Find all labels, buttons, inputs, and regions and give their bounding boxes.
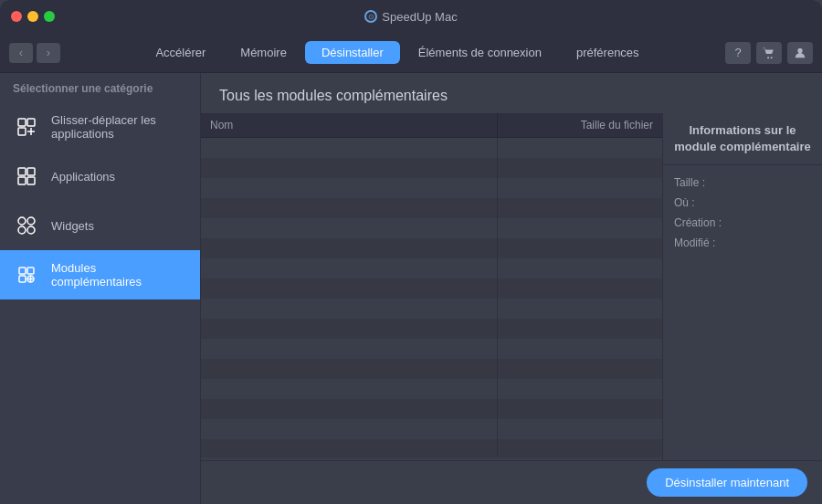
svg-point-0 [767,57,769,58]
row-size-cell [498,238,662,258]
row-name-cell [201,238,498,258]
row-name-cell [201,158,498,178]
table-row[interactable] [201,319,662,339]
row-size-cell [498,278,662,299]
main-content: Sélectionner une catégorie Glisser-dépla… [0,73,822,504]
toolbar-right: ? [725,42,813,64]
row-name-cell [201,359,498,379]
tab-memoire[interactable]: Mémoire [224,41,303,64]
help-button[interactable]: ? [725,42,751,64]
maximize-button[interactable] [44,11,55,22]
content-inner: Nom Taille du fichier Informations sur l… [201,113,822,460]
sidebar-item-plugins[interactable]: Modules complémentaires [0,250,200,299]
minimize-button[interactable] [27,11,38,22]
column-name: Nom [201,113,498,137]
user-button[interactable] [787,42,813,64]
drag-apps-icon [13,113,40,141]
info-field-modified: Modifié : [674,236,811,249]
info-panel: Informations sur le module complémentair… [662,113,822,460]
tab-accelerer[interactable]: Accélérer [139,41,222,64]
table-row[interactable] [201,198,662,218]
table-row[interactable] [201,218,662,238]
row-size-cell [498,178,662,198]
sidebar-item-widgets-label: Widgets [51,219,94,233]
app-title: ⊙ SpeedUp Mac [364,10,457,24]
table-row[interactable] [201,158,662,178]
row-size-cell [498,419,662,439]
row-size-cell [498,138,662,158]
forward-button[interactable]: › [37,43,60,63]
sidebar-item-plugins-label: Modules complémentaires [51,261,187,289]
svg-rect-14 [19,268,26,274]
row-name-cell [201,339,498,359]
table-row[interactable] [201,419,662,439]
content-panel: Tous les modules complémentaires Nom Tai… [201,73,822,504]
table-row[interactable] [201,258,662,278]
svg-rect-13 [27,226,35,234]
tab-desinstaller[interactable]: Désinstaller [305,41,400,64]
svg-rect-6 [18,168,26,175]
table-row[interactable] [201,278,662,299]
svg-rect-15 [27,268,34,274]
svg-rect-4 [27,119,35,126]
row-size-cell [498,258,662,278]
svg-rect-16 [19,276,26,282]
row-name-cell [201,419,498,439]
table-row[interactable] [201,178,662,198]
row-name-cell [201,299,498,319]
info-panel-title: Informations sur le module complémentair… [663,113,822,165]
svg-rect-12 [18,226,26,234]
toolbar: ‹ › Accélérer Mémoire Désinstaller Éléme… [0,33,822,73]
cart-button[interactable] [756,42,782,64]
tab-preferences[interactable]: préférences [560,41,656,64]
column-size: Taille du fichier [498,113,662,137]
bottom-bar: Désinstaller maintenant [201,460,822,504]
row-size-cell [498,339,662,359]
row-size-cell [498,399,662,419]
titlebar: ⊙ SpeedUp Mac [0,0,822,33]
row-name-cell [201,138,498,158]
table-row[interactable] [201,238,662,258]
table-row[interactable] [201,339,662,359]
table-row[interactable] [201,379,662,399]
sidebar-header: Sélectionner une catégorie [0,73,200,102]
content-title: Tous les modules complémentaires [201,73,822,113]
row-name-cell [201,379,498,399]
applications-icon [13,163,40,190]
row-size-cell [498,218,662,238]
table-row[interactable] [201,359,662,379]
row-name-cell [201,258,498,278]
table-row[interactable] [201,299,662,319]
nav-buttons: ‹ › [9,43,60,63]
plugins-icon [13,261,40,289]
table-row[interactable] [201,138,662,158]
sidebar-item-drag-apps-label: Glisser-déplacer les applications [51,113,187,141]
sidebar-item-applications-label: Applications [51,170,115,184]
app-title-text: SpeedUp Mac [382,10,457,24]
row-size-cell [498,198,662,218]
tab-elements[interactable]: Éléments de connexion [402,41,558,64]
table-row[interactable] [201,439,662,457]
sidebar-item-widgets[interactable]: Widgets [0,201,200,250]
table-header: Nom Taille du fichier [201,113,662,138]
uninstall-button[interactable]: Désinstaller maintenant [647,468,807,497]
svg-rect-7 [27,168,35,175]
sidebar-item-applications[interactable]: Applications [0,152,200,201]
sidebar: Sélectionner une catégorie Glisser-dépla… [0,73,201,504]
row-name-cell [201,439,498,457]
back-button[interactable]: ‹ [9,43,33,63]
row-size-cell [498,158,662,178]
row-name-cell [201,178,498,198]
svg-rect-10 [18,217,26,225]
row-size-cell [498,299,662,319]
table-row[interactable] [201,399,662,419]
plugins-table: Nom Taille du fichier [201,113,662,460]
row-size-cell [498,359,662,379]
row-name-cell [201,198,498,218]
close-button[interactable] [11,11,22,22]
svg-rect-9 [27,177,35,184]
row-name-cell [201,399,498,419]
svg-rect-11 [27,217,35,225]
row-size-cell [498,439,662,457]
sidebar-item-drag-apps[interactable]: Glisser-déplacer les applications [0,102,200,152]
